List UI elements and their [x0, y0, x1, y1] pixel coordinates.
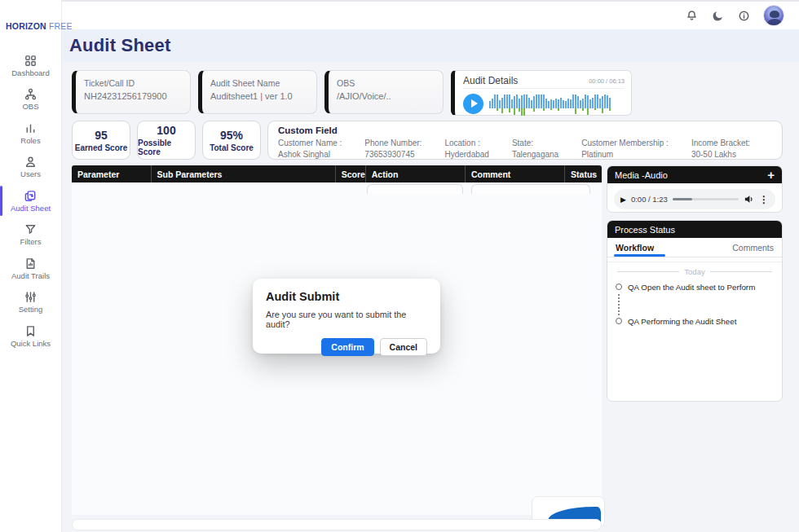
card-value: NH24231256179900 [84, 91, 182, 101]
custom-field-membership: Customer Membership : Platinum [581, 138, 669, 160]
audit-sheet-name-card: Audit Sheet Name Auditsheet1 | ver 1.0 [198, 70, 317, 114]
audio-waveform[interactable] [489, 91, 611, 116]
comment-input-partial[interactable] [471, 184, 590, 194]
timeline-item: QA Performing the Audit Sheet [616, 317, 774, 327]
sidebar-item-dashboard[interactable]: Dashboard [0, 49, 61, 82]
custom-field-card: Custom Field Customer Name : Ashok Singh… [267, 121, 783, 160]
topbar [62, 0, 799, 29]
tabs-divider [607, 262, 782, 262]
player-menu-icon[interactable]: ⋮ [759, 194, 769, 205]
ticket-call-id-card: Ticket/Call ID NH24231256179900 [72, 70, 191, 114]
score-label: Total Score [210, 143, 254, 152]
audio-play-button[interactable] [463, 94, 483, 114]
confirm-button[interactable]: Confirm [321, 338, 373, 356]
logo-primary: HORIZON [6, 21, 46, 31]
app-logo: HORIZON FREE [0, 0, 61, 31]
sidebar-item-setting[interactable]: Setting [0, 285, 61, 319]
info-card-row: Ticket/Call ID NH24231256179900 Audit Sh… [72, 70, 632, 116]
sidebar-item-quick-links[interactable]: Quick Links [0, 319, 61, 353]
custom-field-customer-name: Customer Name : Ashok Singhal [278, 138, 342, 160]
card-value: /AJIO/Voice/.. [337, 91, 435, 101]
player-time: 0:00 / 1:23 [631, 195, 668, 204]
sidebar-item-label: Filters [20, 238, 42, 246]
custom-field-state: State: Talengagana [512, 138, 558, 160]
timeline-dot-icon [616, 318, 622, 324]
score-value: 95% [220, 129, 243, 142]
audio-player: ▶ 0:00 / 1:23 ⋮ [614, 189, 775, 209]
card-label: OBS [337, 78, 435, 88]
score-label: Possible Score [138, 138, 195, 156]
action-dropdown-partial[interactable] [367, 184, 463, 194]
obs-card: OBS /AJIO/Voice/.. [324, 70, 444, 114]
score-value: 95 [95, 129, 108, 142]
audit-sheet-icon [24, 189, 38, 203]
sidebar-nav: Dashboard OBS Roles Users Audit Sheet Fi… [0, 49, 61, 353]
sidebar-item-label: Audit Trails [11, 272, 50, 280]
modal-message: Are you sure you want to submit the audi… [266, 310, 427, 329]
sidebar-item-roles[interactable]: Roles [0, 117, 61, 150]
tab-workflow[interactable]: Workflow [616, 243, 654, 257]
user-avatar[interactable] [763, 5, 784, 26]
sidebar-item-label: Quick Links [11, 340, 51, 348]
play-icon [471, 99, 478, 108]
volume-icon[interactable] [744, 194, 754, 204]
add-media-button[interactable]: + [767, 169, 775, 181]
score-row: 95 Earned Score 100 Possible Score 95% T… [72, 121, 783, 160]
column-header-comment: Comment [466, 165, 565, 182]
sidebar-item-users[interactable]: Users [0, 150, 61, 183]
audit-details-title: Audit Details [463, 75, 518, 86]
workflow-timeline: QA Open the Audit sheet to Perform QA Pe… [607, 283, 782, 327]
screen: HORIZON FREE Dashboard OBS Roles Users [0, 0, 799, 532]
cancel-button[interactable]: Cancel [380, 338, 427, 356]
player-progress-bar[interactable] [673, 198, 739, 200]
funnel-icon [24, 222, 38, 236]
column-header-action: Action [366, 165, 466, 182]
info-icon[interactable] [737, 9, 750, 22]
notifications-bell-icon[interactable] [685, 9, 698, 22]
sidebar-item-label: Roles [20, 137, 40, 145]
total-score-card: 95% Total Score [202, 121, 261, 160]
sidebar-item-label: Users [20, 170, 41, 178]
timeline-dot-icon [616, 284, 622, 290]
page-title: Audit Sheet [69, 35, 170, 56]
day-divider: Today [617, 267, 772, 276]
sidebar-item-label: Setting [19, 306, 43, 314]
modal-title: Audit Submit [266, 290, 427, 303]
sidebar-item-label: OBS [22, 103, 38, 111]
sidebar-item-filters[interactable]: Filters [0, 218, 61, 251]
footer-bar [72, 519, 602, 530]
audit-details-time: 00:00 / 06:13 [589, 77, 625, 85]
sidebar-item-obs[interactable]: OBS [0, 82, 61, 116]
player-play-button[interactable]: ▶ [620, 196, 626, 204]
bookmark-icon [24, 324, 38, 338]
player-progress-done [673, 198, 692, 200]
sidebar: HORIZON FREE Dashboard OBS Roles Users [0, 0, 62, 532]
sidebar-item-audit-sheet[interactable]: Audit Sheet [0, 184, 61, 218]
possible-score-card: 100 Possible Score [137, 121, 196, 160]
table-header: Parameter Sub Parameters Score Action Co… [72, 165, 602, 182]
score-label: Earned Score [75, 143, 127, 152]
bar-chart-icon [24, 121, 38, 135]
sidebar-item-label: Dashboard [11, 69, 49, 77]
audit-details-card: Audit Details 00:00 / 06:13 [451, 70, 632, 116]
person-icon [24, 155, 38, 169]
timeline-item: QA Open the Audit sheet to Perform [616, 283, 774, 292]
dark-mode-moon-icon[interactable] [711, 9, 724, 22]
media-audio-title: Media -Audio [615, 170, 668, 180]
score-value: 100 [157, 124, 175, 137]
logo-secondary: FREE [49, 21, 73, 31]
custom-field-income-bracket: Income Bracket: 30-50 Lakhs [691, 138, 750, 160]
document-icon [24, 257, 38, 270]
title-band: Audit Sheet [62, 29, 799, 62]
process-status-tabs: Workflow Comments [607, 238, 782, 257]
custom-field-location: Location : Hyderdabad [444, 138, 488, 160]
sliders-icon [24, 290, 38, 304]
media-audio-panel: Media -Audio + ▶ 0:00 / 1:23 ⋮ [607, 165, 783, 213]
day-label: Today [684, 267, 704, 276]
column-header-status: Status [565, 165, 602, 182]
column-header-parameter: Parameter [72, 165, 152, 182]
sidebar-item-audit-trails[interactable]: Audit Trails [0, 252, 61, 285]
column-header-sub-parameters: Sub Parameters [152, 165, 336, 182]
tab-comments[interactable]: Comments [732, 243, 774, 257]
timeline-connector [618, 294, 774, 315]
